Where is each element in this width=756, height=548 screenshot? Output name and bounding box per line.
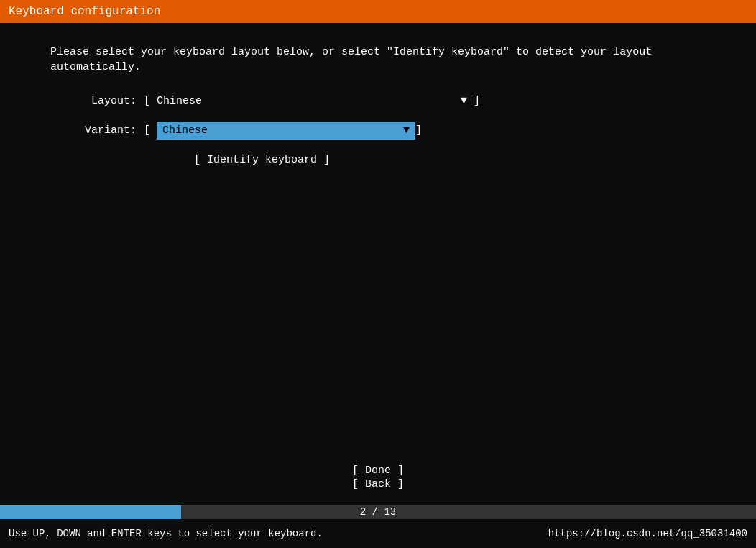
bottom-buttons: [ Done ] [ Back ] xyxy=(328,465,428,490)
layout-label: Layout: xyxy=(50,95,137,107)
variant-prefix: [ xyxy=(144,124,150,137)
variant-dropdown[interactable]: Chinese ▼ xyxy=(157,122,415,140)
done-button[interactable]: [ Done ] xyxy=(328,465,428,477)
layout-row: Layout: [ Chinese ▼ ] xyxy=(50,95,706,107)
back-button[interactable]: [ Back ] xyxy=(328,478,428,490)
variant-wrapper: [ Chinese ▼ ] xyxy=(144,122,422,140)
layout-dropdown[interactable]: [ Chinese ▼ ] xyxy=(144,95,480,107)
variant-row: Variant: [ Chinese ▼ ] xyxy=(50,122,706,140)
main-content: Please select your keyboard layout below… xyxy=(0,23,756,188)
title-text: Keyboard configuration xyxy=(9,5,160,18)
title-bar: Keyboard configuration xyxy=(0,0,756,23)
variant-value: Chinese xyxy=(162,124,208,137)
variant-arrow: ▼ xyxy=(403,124,410,137)
identify-keyboard-button[interactable]: [ Identify keyboard ] xyxy=(194,154,330,166)
variant-label: Variant: xyxy=(50,124,137,137)
status-left-text: Use UP, DOWN and ENTER keys to select yo… xyxy=(9,528,323,539)
status-bar: Use UP, DOWN and ENTER keys to select yo… xyxy=(0,519,756,548)
layout-arrow: ▼ xyxy=(461,95,467,107)
variant-suffix: ] xyxy=(415,124,422,137)
progress-text: 2 / 13 xyxy=(0,506,756,518)
progress-bar-container: 2 / 13 xyxy=(0,505,756,519)
instruction-text: Please select your keyboard layout below… xyxy=(50,45,706,75)
status-right-text: https://blog.csdn.net/qq_35031400 xyxy=(548,528,747,539)
